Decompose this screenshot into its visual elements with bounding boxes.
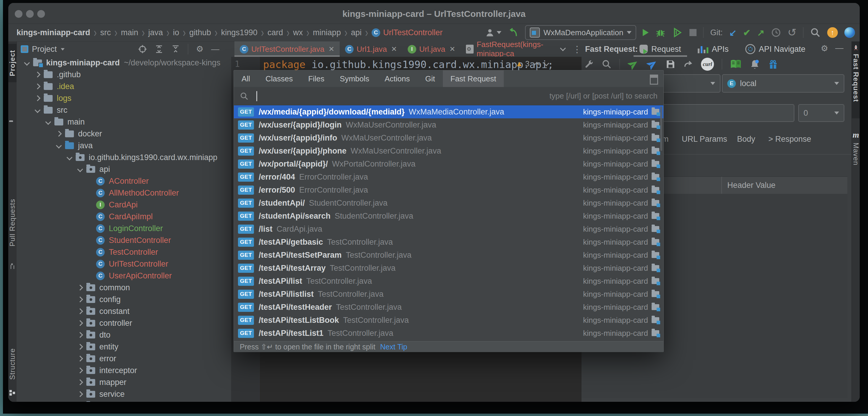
tree-collapsed-icon[interactable]	[35, 95, 40, 101]
stripe-button-maven[interactable]: m Maven	[852, 130, 860, 166]
tree-node-acontroller[interactable]: CAController	[17, 175, 231, 187]
breadcrumb-current[interactable]: CUrlTestController	[372, 28, 442, 37]
result-row[interactable]: GET/testAPi/testListBookTestController.j…	[234, 314, 663, 327]
chevron-down-icon[interactable]	[560, 45, 566, 51]
copy-as-curl-button[interactable]: curl	[701, 58, 714, 71]
user-account-button[interactable]	[485, 28, 501, 37]
breadcrumb-item[interactable]: src	[100, 28, 111, 37]
popup-tab-symbols[interactable]: Symbols	[332, 70, 377, 87]
tree-node-testmodel[interactable]: testmodel	[17, 400, 231, 402]
inspections-widget[interactable]: ▲ 3	[516, 59, 549, 68]
breadcrumb-item[interactable]: card	[268, 28, 283, 37]
tree-node-api[interactable]: api	[17, 163, 231, 175]
result-row[interactable]: GET/error/500ErrorController.javakings-m…	[234, 183, 663, 197]
popup-tab-classes[interactable]: Classes	[258, 70, 300, 87]
gear-icon[interactable]: ⚙	[821, 44, 828, 53]
tree-collapsed-icon[interactable]	[77, 367, 83, 374]
stripe-button-pull-requests[interactable]: Pull Requests	[8, 186, 17, 260]
tree-node-constant[interactable]: constant	[17, 305, 231, 317]
search-everywhere-button[interactable]	[810, 27, 821, 38]
expand-all-icon[interactable]	[155, 45, 163, 54]
tree-expanded-icon[interactable]	[66, 154, 72, 160]
tree-node-cardapiimpl[interactable]: CCardApiImpl	[17, 211, 231, 222]
result-row[interactable]: GET/studentApi/StudentController.javakin…	[234, 197, 663, 209]
tree-collapsed-icon[interactable]	[56, 131, 62, 137]
popup-tab-git[interactable]: Git	[417, 70, 442, 87]
next-problem-icon[interactable]	[544, 60, 549, 66]
result-row[interactable]: GET/testAPi/testHeaderTestController.jav…	[234, 301, 663, 314]
view-tab-request[interactable]: Request	[640, 41, 681, 57]
pull-request-icon[interactable]	[9, 263, 16, 270]
tree-node--idea[interactable]: .idea	[17, 81, 231, 92]
result-row[interactable]: GET/wx/portal/{appid}/WxPortalController…	[234, 157, 663, 171]
tree-collapsed-icon[interactable]	[77, 356, 83, 362]
tree-node-service[interactable]: service	[17, 388, 231, 400]
breadcrumb-item[interactable]: wx	[293, 28, 303, 37]
tree-collapsed-icon[interactable]	[77, 332, 83, 338]
run-configuration-select[interactable]: WxMaDemoApplication	[525, 25, 636, 40]
redo-icon[interactable]	[683, 59, 693, 69]
tree-node-logincontroller[interactable]: CLoginController	[17, 222, 231, 234]
next-tip-link[interactable]: Next Tip	[380, 343, 407, 351]
more-options-icon[interactable]: ⋮	[572, 44, 582, 54]
gift-icon[interactable]	[768, 59, 778, 69]
tree-collapsed-icon[interactable]	[77, 391, 83, 397]
tree-collapsed-icon[interactable]	[77, 285, 83, 291]
save-icon[interactable]	[665, 59, 676, 69]
result-row[interactable]: GET/listCardApi.javakings-miniapp-card	[234, 222, 663, 236]
breadcrumb-item[interactable]: miniapp	[313, 28, 341, 37]
request-tab-url-params[interactable]: URL Params	[682, 135, 727, 144]
view-tab-api-navigate[interactable]: API Navigate	[745, 41, 806, 57]
result-row[interactable]: GET/wx/user/{appid}/infoWxMaUserControll…	[234, 131, 663, 144]
notification-bell-icon[interactable]	[749, 59, 760, 69]
breadcrumb-item[interactable]: main	[121, 28, 138, 37]
tree-node-java[interactable]: java	[17, 140, 231, 151]
tree-node-error[interactable]: error	[17, 353, 231, 364]
result-row[interactable]: GET/wx/user/{appid}/loginWxMaUserControl…	[234, 118, 663, 131]
tree-collapsed-icon[interactable]	[35, 71, 40, 78]
view-tab-apis[interactable]: APIs	[698, 41, 729, 57]
locate-file-icon[interactable]	[138, 45, 147, 54]
wrench-icon[interactable]	[584, 59, 594, 69]
retry-stepper[interactable]: 0	[798, 104, 844, 122]
result-row[interactable]: GET/error/404ErrorController.javakings-m…	[234, 171, 663, 183]
tree-collapsed-icon[interactable]	[35, 84, 40, 89]
environment-select[interactable]: E local	[722, 74, 844, 93]
tree-collapsed-icon[interactable]	[77, 308, 83, 314]
editor-tab[interactable]: CUrlTestController.java✕	[235, 41, 340, 57]
tree-node-io-github-kings1990-card-wx-miniapp[interactable]: io.github.kings1990.card.wx.miniapp	[17, 151, 231, 163]
tree-node-main[interactable]: main	[17, 116, 231, 128]
popup-tab-fast-request[interactable]: Fast Request	[443, 70, 504, 87]
breadcrumb-item[interactable]: io	[173, 28, 179, 37]
tree-node-userapicontroller[interactable]: CUserApiController	[17, 270, 231, 282]
run-with-coverage-button[interactable]	[672, 27, 683, 38]
popup-tab-all[interactable]: All	[234, 70, 258, 87]
popup-scrollbar[interactable]	[660, 107, 662, 151]
close-icon[interactable]: ✕	[329, 45, 334, 53]
stripe-button-structure[interactable]: Structure	[8, 343, 17, 385]
result-row[interactable]: GET/testAPi/testList1TestController.java…	[234, 327, 663, 340]
close-icon[interactable]: ✕	[391, 45, 397, 53]
breadcrumb-item[interactable]: java	[148, 28, 163, 37]
breadcrumb-item[interactable]: kings1990	[221, 28, 257, 37]
breadcrumb-item[interactable]: api	[351, 28, 362, 37]
stop-button[interactable]	[689, 29, 696, 36]
tree-node-entity[interactable]: entity	[17, 341, 231, 353]
request-tab--response[interactable]: > Response	[768, 135, 811, 144]
tree-node-src[interactable]: src	[17, 104, 231, 116]
tree-expanded-icon[interactable]	[56, 143, 62, 149]
tree-node-kings-miniapp-card[interactable]: kings-miniapp-card~/develop/workspace-ki…	[17, 57, 231, 69]
editor-tab[interactable]: IUrl.java✕	[402, 41, 461, 57]
project-panel-title[interactable]: Project	[32, 45, 57, 54]
request-tab-body[interactable]: Body	[737, 135, 755, 144]
tree-node-docker[interactable]: docker	[17, 128, 231, 140]
tree-collapsed-icon[interactable]	[77, 344, 83, 350]
editor-tab[interactable]: CUrl1.java✕	[340, 41, 402, 57]
tree-collapsed-icon[interactable]	[77, 296, 83, 302]
git-commit-button[interactable]: ✔	[743, 28, 751, 38]
chevron-down-icon[interactable]	[61, 48, 65, 52]
result-row[interactable]: GET/testAPi/testArrayTestController.java…	[234, 262, 663, 274]
tree-expanded-icon[interactable]	[24, 60, 30, 66]
tree-node-logs[interactable]: logs	[17, 92, 231, 104]
result-row[interactable]: GET/studentApi/searchStudentController.j…	[234, 209, 663, 222]
